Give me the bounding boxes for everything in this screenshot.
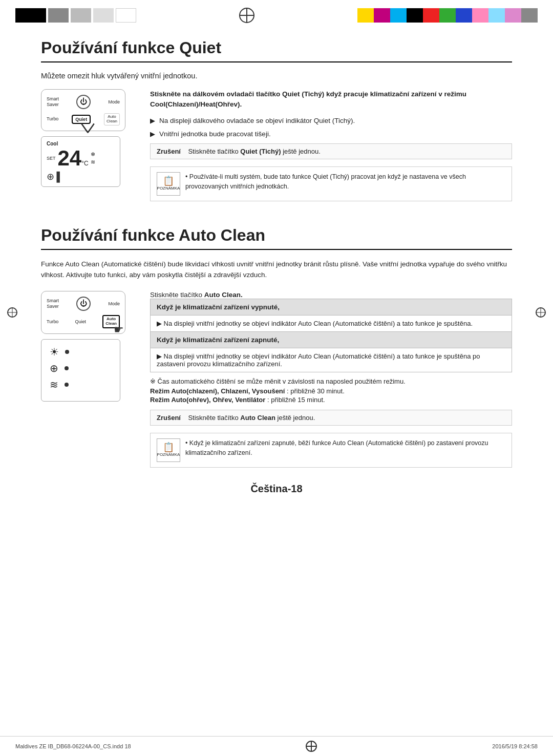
section1-title: Používání funkce Quiet xyxy=(41,38,512,62)
display-row-wave: ≋ xyxy=(50,379,112,391)
quiet-button-2: Quiet xyxy=(75,319,86,325)
mode-button-2: Mode xyxy=(108,301,120,307)
section2-title: Používání funkce Auto Clean xyxy=(41,226,512,250)
display-status-icons: ❄ ≋ xyxy=(91,151,95,165)
cool-label: Cool xyxy=(47,141,115,146)
bullet-arrow-2: ▶ xyxy=(150,130,155,139)
bottom-center-mark xyxy=(306,741,317,752)
cancellation-label-2: Zrušení xyxy=(157,414,181,422)
color-swatches-right xyxy=(357,8,538,23)
smart-saver-button: SmartSaver xyxy=(47,96,59,108)
display-dot-2 xyxy=(65,366,69,370)
footer-left-text: Maldives ZE IB_DB68-06224A-00_CS.indd 18 xyxy=(15,743,131,749)
section1-note-text: • Používáte-li multi systém, bude tato f… xyxy=(185,172,505,196)
section1-content-row: SmartSaver ⏻ Mode Turbo Quiet AutoClean … xyxy=(41,89,512,201)
wind-icon: ≋ xyxy=(91,159,95,165)
cancellation-text: Stiskněte tlačítko Quiet (Tichý) ještě j… xyxy=(188,148,320,155)
green-swatch xyxy=(439,8,456,23)
mode-button: Mode xyxy=(108,99,120,105)
section2-note-box: 📋 POZNÁMKA • Když je klimatizační zaříze… xyxy=(150,433,512,468)
note-document-icon-2: 📋 xyxy=(163,443,174,452)
table-content-cell-1: ▶ Na displeji vnitřní jednotky se objeví… xyxy=(151,316,512,332)
bottom-bar: Maldives ZE IB_DB68-06224A-00_CS.indd 18… xyxy=(0,736,553,756)
section2-note-text: • Když je klimatizační zařízení zapnuté,… xyxy=(185,438,505,462)
section2-cancellation-box: Zrušení Stiskněte tlačítko Auto Clean je… xyxy=(150,410,512,426)
section2: Používání funkce Auto Clean Funkce Auto … xyxy=(41,226,512,468)
light-magenta-swatch xyxy=(505,8,521,23)
section2-instructions: Stiskněte tlačítko Auto Clean. Když je k… xyxy=(150,291,512,468)
registration-marks-left xyxy=(15,8,136,23)
note-label: POZNÁMKA xyxy=(157,185,180,192)
display-row-sun: ☀ xyxy=(50,346,112,358)
regime2-text: Režim Auto(ohřev), Ohřev, Ventilátor : p… xyxy=(150,396,512,404)
note-document-icon: 📋 xyxy=(163,176,174,185)
auto-clean-table: Když je klimatizační zařízení vypnuté, ▶… xyxy=(150,299,512,372)
top-registration-bar xyxy=(0,0,553,28)
section1-subtitle: Můžete omezit hluk vytvářený vnitřní jed… xyxy=(41,72,512,80)
instruction-main-text: Stiskněte na dálkovém ovladači tlačítko … xyxy=(150,89,512,110)
cancellation-label: Zrušení xyxy=(157,148,181,155)
auto-clean-button: AutoClean xyxy=(104,113,120,125)
time-note: ※ Čas automatického čištění se může měni… xyxy=(150,377,512,385)
bullet-text-2: Vnitřní jednotka bude pracovat tišeji. xyxy=(159,130,271,139)
section1-display-panel: Cool SET 24 °C ❄ ≋ ⊕ ▌ xyxy=(41,136,120,187)
bullet-text-1: Na displeji dálkového ovladače se objeví… xyxy=(159,116,355,126)
section2-remote-diagram: SmartSaver ⏻ Mode Turbo Quiet AutoClean … xyxy=(41,291,136,468)
display-row-circle: ⊕ xyxy=(50,362,112,374)
light-cyan-swatch xyxy=(488,8,505,23)
temperature-value: 24 xyxy=(58,148,82,169)
table-header-cell-2: Když je klimatizační zařízení zapnuté, xyxy=(151,332,512,348)
turbo-button: Turbo xyxy=(47,116,58,122)
mid-gray-swatch xyxy=(71,8,91,23)
table-content-cell-2: ▶ Na displeji vnitřní jednotky se objeví… xyxy=(151,348,512,372)
red-swatch xyxy=(423,8,439,23)
wave-icon: ≋ xyxy=(50,379,58,391)
light-gray-swatch xyxy=(93,8,114,23)
bullet-arrow-1: ▶ xyxy=(150,116,155,126)
remote-bottom-row: Turbo Quiet AutoClean xyxy=(47,113,120,125)
right-registration-mark xyxy=(536,307,546,318)
bullet-item-1: ▶ Na displeji dálkového ovladače se obje… xyxy=(150,116,512,126)
display-dot-3 xyxy=(65,383,69,387)
turbo-button-2: Turbo xyxy=(47,319,58,325)
table-content-row-2: ▶ Na displeji vnitřní jednotky se objeví… xyxy=(151,348,512,372)
magenta-swatch xyxy=(374,8,390,23)
center-registration-mark xyxy=(239,8,254,23)
blue-swatch xyxy=(456,8,472,23)
black-swatch xyxy=(15,8,46,23)
power-icon-2: ⏻ xyxy=(76,297,91,311)
sun-icon: ☀ xyxy=(50,346,59,358)
set-label: SET xyxy=(47,156,56,161)
yellow-swatch xyxy=(357,8,374,23)
step-label: Stiskněte tlačítko Auto Clean. xyxy=(150,291,512,299)
smart-saver-button-2: SmartSaver xyxy=(47,298,59,309)
table-content-row-1: ▶ Na displeji vnitřní jednotky se objeví… xyxy=(151,316,512,332)
footer-right-text: 2016/5/19 8:24:58 xyxy=(492,743,538,749)
black-swatch2 xyxy=(407,8,423,23)
remote-control-box-2: SmartSaver ⏻ Mode Turbo Quiet AutoClean … xyxy=(41,291,125,334)
light-gray-swatch2 xyxy=(521,8,538,23)
bullet-item-2: ▶ Vnitřní jednotka bude pracovat tišeji. xyxy=(150,130,512,139)
remote-top-row-2: SmartSaver ⏻ Mode xyxy=(47,297,120,311)
section1-remote-diagram: SmartSaver ⏻ Mode Turbo Quiet AutoClean … xyxy=(41,89,136,201)
table-header-row-2: Když je klimatizační zařízení zapnuté, xyxy=(151,332,512,348)
hand-cursor-icon: ☛ xyxy=(114,323,124,337)
table-header-cell-1: Když je klimatizační zařízení vypnuté, xyxy=(151,299,512,316)
remote-bottom-row-2: Turbo Quiet AutoClean ☛ xyxy=(47,315,120,328)
section2-intro: Funkce Auto Clean (Automatické čištění) … xyxy=(41,259,512,281)
page-content: Používání funkce Quiet Můžete omezit hlu… xyxy=(0,38,553,495)
section1-instructions: Stiskněte na dálkovém ovladači tlačítko … xyxy=(150,89,512,201)
left-registration-mark xyxy=(7,307,17,318)
snowflake-icon: ❄ xyxy=(91,151,95,158)
note-icon-box: 📋 POZNÁMKA xyxy=(157,172,180,196)
note-icon-box-2: 📋 POZNÁMKA xyxy=(157,438,180,462)
cancellation-text-2: Stiskněte tlačítko Auto Clean ještě jedn… xyxy=(188,414,315,422)
display-dot-1 xyxy=(65,350,69,354)
section2-display-panel: ☀ ⊕ ≋ xyxy=(41,339,120,402)
temp-row: SET 24 °C ❄ ≋ xyxy=(47,148,115,169)
dark-gray-swatch xyxy=(48,8,69,23)
remote-top-row: SmartSaver ⏻ Mode xyxy=(47,95,120,109)
section1-note-box: 📋 POZNÁMKA • Používáte-li multi systém, … xyxy=(150,166,512,201)
remote-control-box: SmartSaver ⏻ Mode Turbo Quiet AutoClean xyxy=(41,89,125,131)
white-swatch xyxy=(116,8,136,23)
